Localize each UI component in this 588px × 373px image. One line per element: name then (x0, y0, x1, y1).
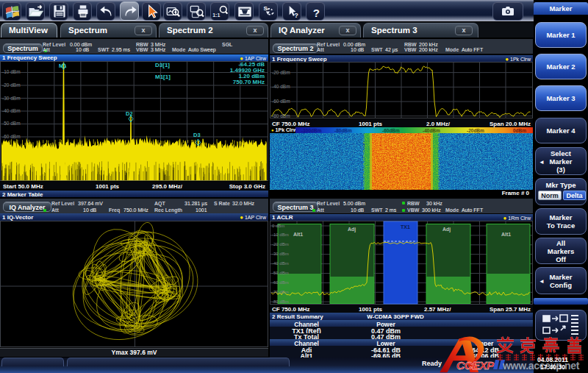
svg-text:1:1: 1:1 (212, 13, 220, 18)
svg-text:S: S (263, 5, 268, 12)
svg-text:?: ? (313, 7, 320, 19)
svg-text:?: ? (294, 12, 298, 19)
